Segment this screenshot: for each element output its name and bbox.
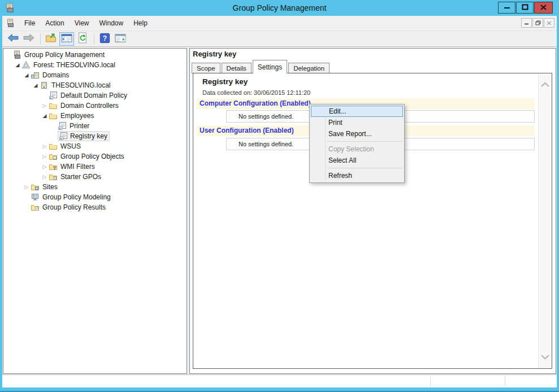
folder-icon <box>49 101 58 110</box>
window-border <box>0 387 559 392</box>
selected-tree-item[interactable]: Registry key <box>58 131 110 141</box>
tab-settings[interactable]: Settings <box>253 60 287 73</box>
report-scrollbar[interactable] <box>538 73 552 368</box>
tree-item-printer[interactable]: Printer <box>3 121 187 131</box>
tab-delegation[interactable]: Delegation <box>288 63 330 73</box>
export-list-button[interactable] <box>44 32 58 46</box>
menu-window[interactable]: Window <box>94 17 129 29</box>
results-pane: Registry key Scope Details Settings Dele… <box>189 48 556 374</box>
show-action-pane-button[interactable] <box>113 32 128 46</box>
tree-item-label[interactable]: WSUS <box>60 142 81 150</box>
expander-expanded-icon[interactable] <box>41 113 49 119</box>
tree-item-label[interactable]: Domains <box>42 71 69 79</box>
tree-item-domain-thesolving[interactable]: THESOLVING.local <box>3 80 187 90</box>
context-menu-item-save-report[interactable]: Save Report... <box>310 128 404 140</box>
tree-item-label[interactable]: Printer <box>70 122 89 130</box>
tab-scope[interactable]: Scope <box>192 63 220 73</box>
child-minimize-button[interactable] <box>521 18 532 28</box>
back-button[interactable] <box>6 32 20 46</box>
tree-item-label[interactable]: Group Policy Modeling <box>42 193 111 201</box>
window-title: Group Policy Management <box>0 3 559 12</box>
tree-item-domains[interactable]: Domains <box>3 70 187 80</box>
title-bar: Group Policy Management <box>0 0 559 16</box>
expander-collapsed-icon[interactable] <box>41 164 49 169</box>
starter-folder-icon <box>49 172 58 181</box>
tree-item-group-policy-objects[interactable]: Group Policy Objects <box>3 151 187 162</box>
tree-item-label[interactable]: THESOLVING.local <box>51 81 110 89</box>
toolbar-separator <box>40 33 41 45</box>
forest-icon <box>21 60 31 69</box>
context-menu-item-select-all[interactable]: Select All <box>310 155 404 166</box>
minimize-icon <box>524 19 529 27</box>
console-icon <box>6 19 15 28</box>
tree-item-label[interactable]: Domain Controllers <box>60 102 119 110</box>
tree-item-label[interactable]: Forest: THESOLVING.local <box>33 61 115 69</box>
show-console-tree-button[interactable] <box>59 32 74 46</box>
tree-item-wsus[interactable]: WSUS <box>3 141 187 151</box>
context-menu-separator <box>327 168 402 168</box>
maximize-button[interactable] <box>516 2 534 14</box>
tree-item-forest[interactable]: Forest: THESOLVING.local <box>3 60 187 70</box>
context-menu-separator <box>327 141 402 142</box>
menu-help[interactable]: Help <box>128 17 153 29</box>
tree-item-label[interactable]: WMI Filters <box>60 163 95 171</box>
minimize-button[interactable] <box>498 2 515 14</box>
report-title: Registry key <box>202 77 248 86</box>
expander-expanded-icon[interactable] <box>23 72 31 78</box>
expander-expanded-icon[interactable] <box>32 82 40 88</box>
tree-item-domain-controllers[interactable]: Domain Controllers <box>3 101 187 111</box>
maximize-icon <box>522 4 528 12</box>
expander-collapsed-icon[interactable] <box>41 174 49 180</box>
refresh-button[interactable] <box>75 32 90 46</box>
tree-item-label[interactable]: Default Domain Policy <box>60 92 127 99</box>
forward-button[interactable] <box>21 32 36 46</box>
folder-icon <box>49 111 58 120</box>
folder-icon <box>49 142 58 151</box>
tree-item-group-policy-modeling[interactable]: Group Policy Modeling <box>3 192 187 202</box>
window-border <box>557 16 559 392</box>
context-menu: Edit... Print Save Report... Copy Select… <box>309 104 405 183</box>
expander-collapsed-icon[interactable] <box>41 103 49 108</box>
context-menu-item-edit[interactable]: Edit... <box>311 106 403 117</box>
scroll-up-icon[interactable] <box>540 81 550 88</box>
toolbar: ? <box>2 31 557 47</box>
scroll-down-icon[interactable] <box>540 354 550 360</box>
expander-collapsed-icon[interactable] <box>23 184 31 190</box>
tab-strip: Scope Details Settings Delegation <box>192 60 331 73</box>
tree-item-label[interactable]: Group Policy Management <box>24 51 105 59</box>
tree-item-label[interactable]: Employees <box>60 112 94 120</box>
expander-collapsed-icon[interactable] <box>41 143 49 149</box>
tree-item-sites[interactable]: Sites <box>3 182 187 192</box>
menu-file[interactable]: File <box>19 17 40 29</box>
tree-item-group-policy-results[interactable]: Group Policy Results <box>3 202 187 212</box>
window-border <box>0 16 2 392</box>
menu-action[interactable]: Action <box>40 17 69 29</box>
context-menu-item-refresh[interactable]: Refresh <box>310 170 404 181</box>
tree-item-label[interactable]: Group Policy Results <box>42 203 106 211</box>
tree-item-label[interactable]: Registry key <box>70 132 107 140</box>
close-button[interactable] <box>534 2 553 14</box>
tree-item-employees[interactable]: Employees <box>3 111 187 121</box>
tree-item-default-domain-policy[interactable]: Default Domain Policy <box>3 90 187 101</box>
menu-view[interactable]: View <box>70 17 94 29</box>
expander-collapsed-icon[interactable] <box>41 154 49 159</box>
tree-item-label[interactable]: Sites <box>42 183 58 191</box>
tree-item-group-policy-management[interactable]: Group Policy Management <box>3 50 187 60</box>
tree-item-registry-key[interactable]: Registry key <box>3 131 187 141</box>
tree-item-wmi-filters[interactable]: WMI Filters <box>3 162 187 172</box>
expander-expanded-icon[interactable] <box>14 62 21 68</box>
help-icon: ? <box>99 33 110 45</box>
child-close-button[interactable] <box>544 18 554 28</box>
tab-details[interactable]: Details <box>222 63 252 73</box>
child-restore-button[interactable] <box>532 18 543 28</box>
status-bar-divider <box>505 376 505 386</box>
context-menu-item-print[interactable]: Print <box>310 117 404 128</box>
gpo-folder-icon <box>49 152 58 161</box>
help-button[interactable]: ? <box>97 32 112 46</box>
report-collected: Data collected on: 30/06/2015 12:11:20 <box>202 89 310 96</box>
tree-item-starter-gpos[interactable]: Starter GPOs <box>3 172 187 182</box>
tree-item-label[interactable]: Group Policy Objects <box>60 153 124 160</box>
wmi-folder-icon <box>49 162 58 171</box>
tree-item-label[interactable]: Starter GPOs <box>60 173 101 181</box>
svg-text:?: ? <box>102 34 106 42</box>
